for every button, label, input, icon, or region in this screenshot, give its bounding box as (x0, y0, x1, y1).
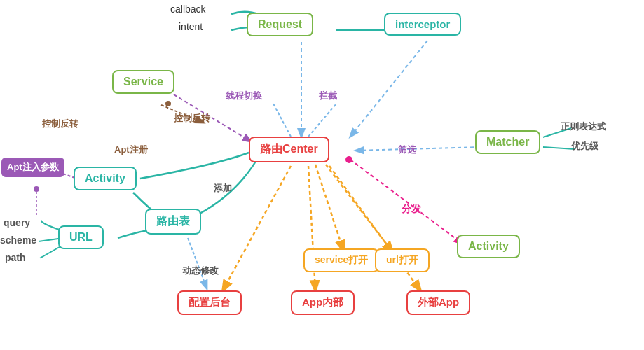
service-label: Service (123, 76, 163, 88)
service-node: Service (112, 70, 174, 94)
url-open-label: url打开 (386, 254, 418, 267)
matcher-label: Matcher (486, 136, 529, 148)
url-open-node: url打开 (375, 248, 430, 272)
regex-text: 正则表达式 (561, 120, 606, 133)
svg-line-18 (188, 238, 207, 288)
route-table-node: 路由表 (145, 209, 201, 234)
outer-app-label: 外部App (418, 296, 459, 309)
app-inner-node: App内部 (291, 290, 355, 315)
route-table-label: 路由表 (156, 214, 190, 229)
config-backend-node: 配置后台 (177, 290, 242, 315)
path-label: path (5, 252, 26, 263)
service-open-label: service打开 (315, 254, 368, 267)
intent-text: intent (179, 21, 203, 32)
priority-text: 优先级 (571, 140, 598, 153)
svg-line-17 (223, 166, 291, 290)
add-text: 添加 (214, 182, 232, 195)
service-open-node: service打开 (303, 248, 379, 272)
callback-label: callback (170, 4, 206, 15)
route-center-node: 路由Center (249, 136, 329, 162)
svg-point-20 (165, 101, 171, 106)
path-text: path (5, 252, 26, 263)
filter-label: 筛选 (398, 144, 416, 156)
activity2-label: Activity (468, 240, 509, 253)
control-reverse1-label: 控制反转 (42, 118, 78, 130)
activity1-label: Activity (85, 172, 125, 185)
svg-line-9 (356, 147, 480, 150)
thread-switch-label: 线程切换 (226, 90, 262, 102)
control-reverse1-text: 控制反转 (42, 118, 78, 130)
svg-point-21 (345, 156, 352, 163)
matcher-node: Matcher (475, 130, 540, 154)
interceptor-label: interceptor (395, 18, 450, 30)
apt-inject-label: Apt注入参数 (1, 158, 64, 177)
svg-line-12 (350, 160, 463, 244)
thread-switch-text: 线程切换 (226, 90, 262, 102)
apt-register-text: Apt注册 (114, 144, 148, 156)
intercept-label: 拦截 (319, 90, 337, 102)
filter-text: 筛选 (398, 144, 416, 156)
apt-inject-node: Apt注入参数 (1, 158, 64, 177)
control-reverse2-label: 控制反转 (174, 112, 210, 125)
request-label: Request (258, 18, 302, 31)
interceptor-node: interceptor (384, 13, 461, 36)
scheme-text: scheme (0, 234, 36, 246)
control-reverse2-text: 控制反转 (174, 112, 210, 125)
dynamic-modify-text: 动态修改 (182, 265, 219, 277)
app-inner-label: App内部 (302, 296, 343, 309)
intercept-text: 拦截 (319, 90, 337, 102)
callback-text: callback (170, 4, 206, 15)
apt-register-label: Apt注册 (114, 144, 148, 156)
svg-line-11 (543, 147, 575, 149)
svg-line-1 (350, 41, 427, 136)
send-label: 分发 (402, 203, 421, 216)
send-text: 分发 (402, 203, 421, 216)
url-label: URL (69, 231, 93, 244)
dynamic-modify-label: 动态修改 (182, 265, 219, 277)
outer-app-node: 外部App (406, 290, 470, 315)
intent-label: intent (179, 21, 203, 32)
scheme-label: scheme (0, 234, 36, 246)
svg-line-3 (273, 104, 291, 136)
route-center-label: 路由Center (260, 142, 318, 157)
svg-line-14 (326, 164, 392, 252)
add-label: 添加 (214, 182, 232, 195)
query-label: query (4, 217, 30, 228)
url-node: URL (58, 225, 104, 249)
activity1-node: Activity (74, 167, 137, 190)
query-text: query (4, 217, 30, 228)
svg-line-4 (308, 104, 336, 136)
request-node: Request (247, 13, 313, 36)
svg-point-19 (34, 186, 39, 192)
priority-label: 优先级 (571, 140, 598, 153)
activity2-node: Activity (457, 234, 520, 258)
config-backend-label: 配置后台 (189, 296, 231, 309)
regex-label: 正则表达式 (561, 120, 606, 133)
svg-line-13 (315, 164, 343, 251)
diagram: Request interceptor Service 路由Center Mat… (0, 0, 644, 350)
